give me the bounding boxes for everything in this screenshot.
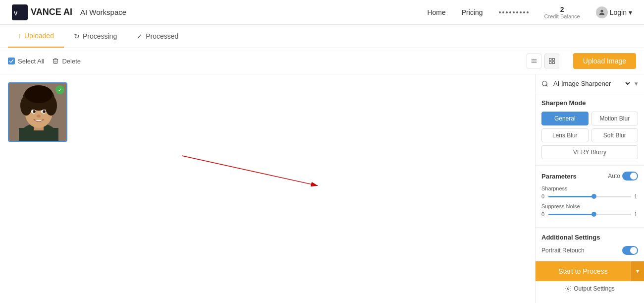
additional-settings-title: Additional Settings [541, 234, 638, 241]
tab-processing-label: Processing [83, 32, 117, 40]
mode-lens-blur[interactable]: Lens Blur [541, 128, 589, 142]
mode-soft-blur[interactable]: Soft Blur [591, 128, 639, 142]
suppress-noise-label: Suppress Noise [541, 203, 638, 209]
sharpness-param: Sharpness 0 1 [541, 185, 638, 199]
suppress-noise-min: 0 [541, 211, 545, 217]
svg-point-24 [34, 111, 35, 113]
svg-point-2 [600, 9, 603, 12]
login-button[interactable]: Login ▾ [596, 6, 632, 18]
sharpen-mode-section: Sharpen Mode General Motion Blur Lens Bl… [536, 93, 644, 166]
output-settings-button[interactable]: Output Settings [536, 281, 644, 296]
output-settings-icon [565, 285, 572, 292]
header: V VANCE AI AI Workspace Home Pricing 2 C… [0, 0, 644, 25]
select-all-checkbox [8, 58, 15, 64]
params-title: Parameters [541, 173, 577, 180]
tool-dropdown[interactable]: AI Image Sharpener [551, 79, 632, 88]
process-btn-row: Start to Process ▾ [536, 261, 644, 281]
suppress-noise-slider[interactable] [548, 214, 631, 215]
tab-uploaded-label: Uploaded [24, 32, 54, 40]
sharpness-min: 0 [541, 193, 545, 199]
sharpness-max: 1 [634, 193, 638, 199]
svg-point-30 [567, 288, 569, 290]
tabs-bar: ↑ Uploaded ↻ Processing ✓ Processed [0, 25, 644, 48]
logo-icon: V [12, 4, 28, 20]
params-header: Parameters Auto [541, 172, 638, 181]
svg-point-19 [25, 85, 53, 103]
process-dropdown-button[interactable]: ▾ [631, 261, 644, 281]
portrait-retouch-row: Portrait Retouch [541, 246, 638, 255]
image-item[interactable]: ✓ [8, 82, 67, 142]
suppress-noise-row: 0 1 [541, 211, 638, 217]
sharpness-slider[interactable] [548, 196, 631, 197]
header-nav: Home Pricing 2 Credit Balance Login ▾ [427, 5, 632, 19]
delete-label: Delete [62, 58, 81, 65]
svg-line-28 [182, 156, 318, 185]
arrow-overlay [64, 149, 461, 248]
tool-selector[interactable]: AI Image Sharpener ▾ [536, 74, 644, 93]
image-grid: ✓ [8, 82, 527, 142]
user-icon [596, 6, 608, 18]
processing-tab-icon: ↻ [74, 32, 80, 40]
list-view-button[interactable] [527, 54, 541, 68]
suppress-noise-max: 1 [634, 211, 638, 217]
auto-label: Auto [608, 173, 620, 180]
portrait-retouch-label: Portrait Retouch [541, 247, 585, 254]
apps-icon[interactable] [499, 11, 529, 13]
svg-rect-9 [552, 61, 554, 63]
svg-rect-8 [549, 61, 551, 63]
credit-section: 2 Credit Balance [544, 5, 580, 19]
grid-view-button[interactable] [544, 54, 559, 68]
svg-rect-6 [549, 59, 551, 61]
trash-icon [52, 58, 59, 64]
upload-tab-icon: ↑ [18, 32, 21, 40]
logo-text: VANCE AI [31, 7, 72, 17]
login-label: Login [610, 8, 627, 16]
portrait-retouch-toggle[interactable] [622, 246, 638, 255]
select-all-button[interactable]: Select All [8, 58, 44, 65]
parameters-section: Parameters Auto Sharpness 0 1 [536, 166, 644, 228]
sharpness-row: 0 1 [541, 193, 638, 199]
mode-general[interactable]: General [541, 112, 589, 125]
nav-pricing[interactable]: Pricing [462, 8, 483, 16]
sharpen-mode-title: Sharpen Mode [541, 99, 638, 107]
main-layout: ✓ AI Image Sharpener ▾ Sharpen Mode [0, 74, 644, 303]
tab-processed[interactable]: ✓ Processed [127, 25, 188, 47]
image-area: ✓ [0, 74, 535, 303]
start-process-button[interactable]: Start to Process [536, 261, 631, 281]
process-section: Start to Process ▾ Output Settings [536, 261, 644, 296]
svg-text:V: V [14, 10, 18, 16]
mode-grid: General Motion Blur Lens Blur Soft Blur … [541, 112, 638, 159]
tab-processing[interactable]: ↻ Processing [64, 25, 127, 47]
svg-point-26 [37, 115, 41, 118]
select-all-label: Select All [18, 58, 44, 65]
credit-label: Credit Balance [544, 13, 580, 19]
output-settings-label: Output Settings [574, 285, 615, 292]
logo: V VANCE AI [12, 4, 72, 20]
additional-settings-section: Additional Settings Portrait Retouch [536, 228, 644, 261]
grid-view-icon [548, 58, 555, 64]
delete-button[interactable]: Delete [52, 58, 81, 65]
processed-tab-icon: ✓ [137, 32, 143, 40]
list-view-icon [531, 58, 537, 64]
svg-point-25 [44, 111, 45, 113]
mode-motion-blur[interactable]: Motion Blur [591, 112, 639, 125]
tool-icon [541, 80, 548, 87]
toolbar: Select All Delete Upload Image [0, 48, 644, 74]
upload-image-button[interactable]: Upload Image [573, 53, 636, 69]
nav-home[interactable]: Home [427, 8, 445, 16]
tab-processed-label: Processed [146, 32, 178, 40]
svg-rect-7 [552, 59, 554, 61]
right-panel: AI Image Sharpener ▾ Sharpen Mode Genera… [535, 74, 644, 303]
credit-amount: 2 [560, 5, 564, 13]
sharpness-label: Sharpness [541, 185, 638, 191]
auto-toggle-row: Auto [608, 172, 638, 181]
mode-very-blurry[interactable]: VERY Blurry [541, 145, 638, 159]
view-toggles [527, 54, 559, 68]
auto-toggle[interactable] [622, 172, 638, 181]
chevron-down-icon: ▾ [629, 8, 632, 16]
workspace-label: AI Workspace [80, 8, 126, 16]
chevron-icon: ▾ [635, 80, 638, 87]
tab-uploaded[interactable]: ↑ Uploaded [8, 25, 64, 48]
image-check-badge: ✓ [55, 85, 64, 94]
suppress-noise-param: Suppress Noise 0 1 [541, 203, 638, 217]
